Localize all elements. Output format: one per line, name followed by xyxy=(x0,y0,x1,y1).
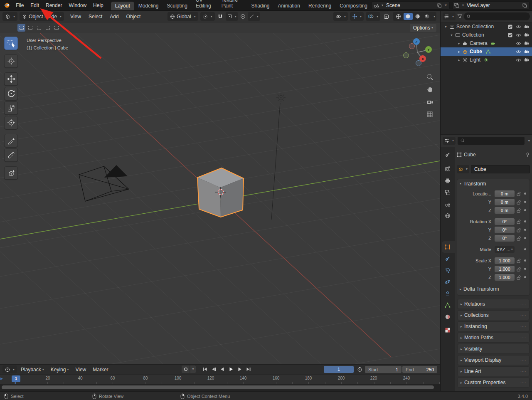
proportional-falloff-selector[interactable]: ▾ xyxy=(248,12,260,21)
mode-selector[interactable]: Object Mode ▾ xyxy=(20,12,64,21)
workspace-tab-sculpting[interactable]: Sculpting xyxy=(163,2,192,10)
animate-dot[interactable] xyxy=(522,193,528,195)
section-collections[interactable]: ▸Collections∙∙∙∙ xyxy=(457,310,530,320)
jump-to-start-button[interactable] xyxy=(201,365,209,373)
section-custom-properties[interactable]: ▸Custom Properties∙∙∙∙ xyxy=(457,378,530,388)
lock-icon[interactable] xyxy=(515,208,522,213)
pivot-point-selector[interactable]: ▾ xyxy=(200,12,215,21)
options-dropdown[interactable]: Options▾ xyxy=(410,24,436,32)
hide-eye-toggle[interactable] xyxy=(515,42,522,45)
row-label[interactable]: Camera xyxy=(470,40,488,46)
menu-window[interactable]: Window xyxy=(65,1,90,10)
scale-z-field[interactable]: 1.000 xyxy=(495,274,515,281)
cursor-tool[interactable] xyxy=(4,54,18,68)
camera-object[interactable] xyxy=(79,165,129,201)
row-label[interactable]: Scene Collection xyxy=(456,24,494,30)
toggle-orthographic-button[interactable] xyxy=(424,109,436,120)
select-mode-new-button[interactable] xyxy=(17,24,25,32)
workspace-tab-compositing[interactable]: Compositing xyxy=(335,2,372,10)
next-keyframe-button[interactable] xyxy=(236,365,244,373)
navigation-gizmo[interactable]: Z Y X xyxy=(400,37,434,71)
tab-texture[interactable] xyxy=(444,327,451,333)
panel-title[interactable]: Transform xyxy=(463,181,486,187)
workspace-tab-layout[interactable]: Layout xyxy=(111,2,134,10)
lock-icon[interactable] xyxy=(515,258,522,263)
rotation-mode-dropdown[interactable]: XYZ ...▾ xyxy=(495,246,515,253)
panel-grip[interactable]: ∙∙∙∙ xyxy=(521,182,527,186)
select-box-tool[interactable] xyxy=(4,37,18,50)
workspace-tab-uv-editing[interactable]: UV Editing xyxy=(192,0,217,10)
breadcrumb-object-name[interactable]: Cube xyxy=(464,152,476,158)
panel-expand-caret[interactable]: ▾ xyxy=(460,182,461,185)
disable-render-camera-toggle[interactable] xyxy=(523,25,530,29)
workspace-tab-texture-paint[interactable]: Texture Paint xyxy=(217,0,247,10)
disclosure-triangle-icon[interactable]: ▸ xyxy=(456,50,462,54)
disable-render-camera-toggle[interactable] xyxy=(523,49,530,54)
workspace-tab-rendering[interactable]: Rendering xyxy=(304,2,335,10)
tab-object-properties[interactable] xyxy=(444,244,451,250)
chevron-down-icon[interactable]: ▾ xyxy=(462,4,464,7)
scale-x-field[interactable]: 1.000 xyxy=(495,257,515,264)
viewlayer-name[interactable]: ViewLayer xyxy=(465,2,520,8)
rotation-x-field[interactable]: 0° xyxy=(495,218,515,225)
scene-icon[interactable] xyxy=(374,3,379,8)
shading-wireframe-button[interactable] xyxy=(394,13,403,20)
add-cube-tool[interactable] xyxy=(4,166,18,180)
timeline-ruler[interactable]: ▶ 20 40 60 80 100 120 140 160 180 200 22… xyxy=(0,374,440,384)
auto-keying-button[interactable] xyxy=(182,365,190,373)
shading-options-chevron[interactable]: ▾ xyxy=(433,15,435,18)
tab-render[interactable] xyxy=(444,165,451,172)
playhead-marker[interactable]: 1 xyxy=(12,375,20,382)
disable-render-camera-toggle[interactable] xyxy=(523,58,530,62)
properties-editor-selector[interactable]: ▾ xyxy=(443,137,456,145)
hide-eye-toggle[interactable] xyxy=(515,33,522,37)
copy-icon[interactable] xyxy=(522,3,527,7)
select-mode-intersect-button[interactable] xyxy=(52,24,60,32)
previous-keyframe-button[interactable] xyxy=(209,365,217,373)
copy-icon[interactable] xyxy=(436,3,442,7)
location-x-field[interactable]: 0 m xyxy=(495,190,515,197)
menu-select[interactable]: Select xyxy=(85,14,106,20)
lock-icon[interactable] xyxy=(515,191,522,196)
outliner-row-collection[interactable]: ▾ Collection xyxy=(441,31,532,39)
close-icon[interactable]: × xyxy=(443,3,448,7)
select-mode-subtract-button[interactable] xyxy=(35,24,43,32)
shading-solid-button[interactable] xyxy=(404,13,413,20)
chevron-down-icon[interactable]: ▾ xyxy=(382,4,383,7)
play-button[interactable] xyxy=(227,365,235,373)
tab-output[interactable] xyxy=(444,178,451,184)
outliner-row-scene-collection[interactable]: ▾ Scene Collection xyxy=(441,22,532,31)
filter-icon[interactable] xyxy=(457,14,462,19)
cube-object[interactable] xyxy=(197,168,244,217)
render-toggle-checkbox[interactable] xyxy=(506,33,514,37)
section-motion-paths[interactable]: ▸Motion Paths∙∙∙∙ xyxy=(457,333,530,343)
scale-tool[interactable] xyxy=(4,101,18,115)
animate-dot[interactable] xyxy=(522,268,528,270)
animate-dot[interactable] xyxy=(522,237,528,239)
outliner-row-camera[interactable]: ▸ Camera xyxy=(441,39,532,47)
workspace-tab-animation[interactable]: Animation xyxy=(274,2,304,10)
light-object[interactable] xyxy=(276,93,286,102)
timeline-menu-view[interactable]: View xyxy=(72,365,89,374)
rotation-y-field[interactable]: 0° xyxy=(495,227,515,233)
hide-eye-toggle[interactable] xyxy=(515,50,522,54)
menu-file[interactable]: File xyxy=(12,1,27,10)
tab-object-data[interactable] xyxy=(444,302,451,309)
lock-icon[interactable] xyxy=(515,275,522,280)
section-relations[interactable]: ▸Relations∙∙∙∙ xyxy=(457,299,530,309)
outliner-editor-selector[interactable]: ▾ xyxy=(443,12,456,20)
location-z-field[interactable]: 0 m xyxy=(495,207,515,214)
3d-viewport[interactable]: User Perspective (1) Collection | Cube xyxy=(0,33,440,364)
hide-eye-toggle[interactable] xyxy=(515,25,522,29)
animate-dot[interactable] xyxy=(522,209,528,211)
play-reverse-button[interactable] xyxy=(218,365,226,373)
transform-tool[interactable] xyxy=(4,116,18,129)
rotate-tool[interactable] xyxy=(4,87,18,100)
outliner-row-cube[interactable]: ▸ Cube xyxy=(441,47,532,56)
zoom-button[interactable] xyxy=(424,72,436,82)
tab-view-layer[interactable] xyxy=(444,189,451,196)
show-gizmo-selector[interactable]: ▾ xyxy=(350,12,364,21)
annotate-tool[interactable] xyxy=(4,134,18,147)
outliner-row-light[interactable]: ▸ Light xyxy=(441,56,532,64)
disclosure-triangle-icon[interactable]: ▸ xyxy=(456,42,462,45)
